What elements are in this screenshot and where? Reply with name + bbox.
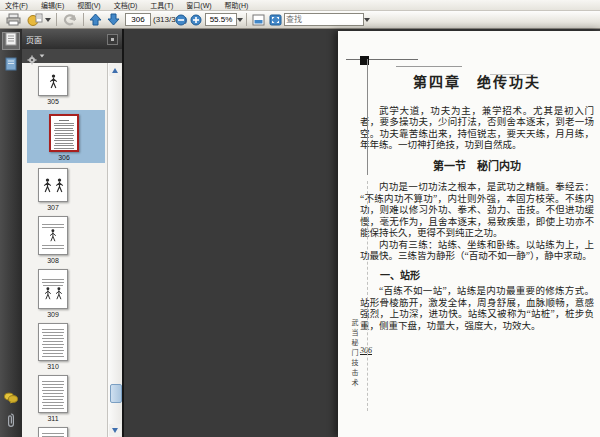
zoom-out-button[interactable] bbox=[175, 13, 187, 26]
bookmarks-panel-button[interactable] bbox=[3, 58, 19, 74]
thumbnail-scrollbar[interactable] bbox=[107, 63, 122, 437]
page-thumbnail-306[interactable]: 306 bbox=[27, 110, 105, 163]
zoom-in-button[interactable] bbox=[190, 13, 202, 26]
scroll-up-button[interactable] bbox=[109, 64, 121, 76]
pages-panel-toolbar bbox=[22, 49, 122, 63]
page-content: 第四章 绝传功夫 武学大道，功夫为主，兼学招术。尤其是初入门者，要多操功夫，少问… bbox=[338, 31, 600, 357]
previous-view-button[interactable] bbox=[62, 13, 78, 26]
paperclip-icon bbox=[6, 412, 16, 432]
page-thumbnail-311[interactable]: 311 bbox=[36, 375, 70, 422]
thumbnail-page-label: 310 bbox=[36, 363, 70, 370]
page-thumbnail-312[interactable]: 312 bbox=[36, 427, 70, 437]
menu-bar: 文件(F)编辑(E)视图(V)文档(D)工具(T)窗口(W)帮助(H) bbox=[0, 0, 600, 11]
thumbnail-page-label: 307 bbox=[36, 204, 70, 211]
bookmarks-icon bbox=[5, 57, 17, 75]
thumbnail-image[interactable] bbox=[38, 168, 68, 202]
previous-page-arrow-icon bbox=[89, 13, 102, 26]
scrollbar-thumb[interactable] bbox=[110, 384, 122, 403]
main-area: 页面 305306307308309310311312 bbox=[0, 29, 600, 437]
page-thumbnail-310[interactable]: 310 bbox=[36, 323, 70, 370]
email-button[interactable] bbox=[27, 13, 51, 26]
thumbnail-list: 305306307308309310311312 bbox=[22, 63, 108, 437]
thumbnail-page-label: 308 bbox=[36, 257, 70, 264]
registration-mark-line3 bbox=[490, 74, 534, 75]
pages-panel-title: 页面 bbox=[26, 34, 42, 45]
panel-options-button[interactable] bbox=[107, 34, 118, 45]
zoom-in-icon bbox=[190, 14, 202, 26]
pages-icon bbox=[5, 32, 17, 50]
registration-mark-line2 bbox=[396, 66, 462, 67]
thumbnail-image[interactable] bbox=[38, 427, 68, 437]
section-title: 第一节 秘门内功 bbox=[360, 161, 594, 173]
thumbnail-page-label: 305 bbox=[36, 98, 70, 105]
menu-item-view[interactable]: 视图(V) bbox=[77, 0, 100, 10]
menu-item-document[interactable]: 文档(D) bbox=[114, 0, 138, 10]
thumbnail-image[interactable] bbox=[38, 269, 68, 309]
options-dropdown-caret[interactable] bbox=[40, 54, 45, 57]
page-thumbnail-305[interactable]: 305 bbox=[36, 66, 70, 105]
scroll-up-icon bbox=[112, 68, 118, 73]
subsection-title: 一、站形 bbox=[360, 270, 594, 282]
zoom-level-input[interactable] bbox=[205, 13, 237, 26]
paragraph-2: 内功是一切功法之根本，是武功之精髓。拳经云：“不练内功不算功”，内壮则外强，本固… bbox=[360, 182, 594, 240]
menu-item-file[interactable]: 文件(F) bbox=[5, 0, 28, 10]
comments-icon bbox=[4, 390, 18, 408]
thumbnail-image[interactable] bbox=[49, 114, 79, 152]
page-thumbnail-307[interactable]: 307 bbox=[36, 168, 70, 211]
fit-page-button[interactable] bbox=[269, 13, 282, 26]
paragraph-4: “百练不如一站”，站练是内功最重要的修炼方式。站形骨棱筋开，激发全体，周身舒展，… bbox=[360, 286, 594, 332]
previous-page-button[interactable] bbox=[89, 13, 102, 26]
find-dropdown-caret[interactable] bbox=[364, 18, 370, 22]
options-gear-icon[interactable] bbox=[27, 51, 37, 61]
fit-page-icon bbox=[269, 14, 282, 26]
panel-options-icon bbox=[111, 38, 114, 41]
pdf-reader-window: 文件(F)编辑(E)视图(V)文档(D)工具(T)窗口(W)帮助(H) bbox=[0, 0, 600, 437]
print-button[interactable] bbox=[6, 13, 21, 26]
email-dropdown-caret[interactable] bbox=[45, 18, 51, 22]
pages-panel-header: 页面 bbox=[22, 29, 122, 49]
attachments-panel-button[interactable] bbox=[3, 414, 19, 430]
menu-item-help[interactable]: 帮助(H) bbox=[225, 0, 249, 10]
pages-panel-button[interactable] bbox=[3, 33, 19, 49]
print-icon bbox=[6, 13, 21, 26]
menu-item-tools[interactable]: 工具(T) bbox=[150, 0, 173, 10]
menu-item-window[interactable]: 窗口(W) bbox=[186, 0, 211, 10]
thumbnail-image[interactable] bbox=[38, 66, 68, 96]
comments-panel-button[interactable] bbox=[3, 391, 19, 407]
toolbar: (313/350) bbox=[0, 11, 600, 29]
page-thumbnail-308[interactable]: 308 bbox=[36, 216, 70, 264]
document-pane: 武当秘门技击术 第四章 绝传功夫 武学大道，功夫为主，兼学招术。尤其是初入门者，… bbox=[124, 29, 600, 437]
margin-rule-line bbox=[367, 59, 368, 175]
paragraph-3: 内功有三练：站练、坐练和卧练。以站练为上，上功最快。三练皆为静形（“百动不如一静… bbox=[360, 240, 594, 263]
previous-view-icon bbox=[62, 13, 78, 26]
paragraph-1: 武学大道，功夫为主，兼学招术。尤其是初入门者，要多操功夫，少问打法，否则舍本逐末… bbox=[360, 106, 594, 152]
thumbnail-page-label: 309 bbox=[36, 311, 70, 318]
next-page-button[interactable] bbox=[107, 13, 120, 26]
thumbnail-page-label: 306 bbox=[47, 154, 81, 161]
thumbnail-image[interactable] bbox=[38, 216, 68, 255]
email-attachment-icon bbox=[27, 13, 43, 26]
document-page[interactable]: 武当秘门技击术 第四章 绝传功夫 武学大道，功夫为主，兼学招术。尤其是初入门者，… bbox=[338, 31, 600, 437]
menu-item-edit[interactable]: 编辑(E) bbox=[41, 0, 64, 10]
thumbnail-image[interactable] bbox=[38, 323, 68, 361]
zoom-dropdown-caret[interactable] bbox=[237, 18, 243, 22]
find-input[interactable] bbox=[284, 13, 364, 26]
fit-width-icon bbox=[252, 14, 265, 26]
zoom-out-icon bbox=[175, 14, 187, 26]
next-page-arrow-icon bbox=[107, 13, 120, 26]
fit-width-button[interactable] bbox=[252, 13, 265, 26]
scroll-down-button[interactable] bbox=[109, 424, 121, 436]
page-number-input[interactable] bbox=[125, 13, 151, 26]
thumbnail-page-label: 311 bbox=[36, 415, 70, 422]
thumbnail-image[interactable] bbox=[38, 375, 68, 413]
margin-rule-line-dashed bbox=[367, 181, 369, 411]
page-number: 306 bbox=[360, 345, 594, 357]
navigation-icon-strip bbox=[0, 29, 22, 437]
registration-mark-line bbox=[346, 59, 418, 60]
book-side-title: 武当秘门技击术 bbox=[349, 319, 359, 389]
scroll-down-icon bbox=[112, 428, 118, 433]
page-thumbnail-309[interactable]: 309 bbox=[36, 269, 70, 318]
pages-panel: 页面 305306307308309310311312 bbox=[22, 29, 122, 437]
